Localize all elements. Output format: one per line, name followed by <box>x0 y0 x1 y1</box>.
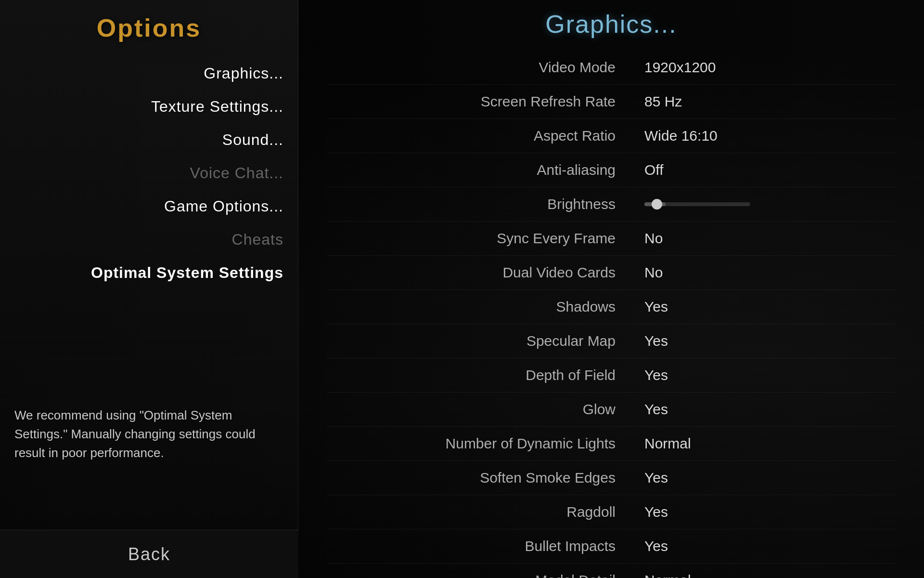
setting-value-soften-smoke-edges: Yes <box>640 461 895 495</box>
setting-name-specular-map: Specular Map <box>327 324 640 358</box>
setting-name-soften-smoke-edges: Soften Smoke Edges <box>327 461 640 495</box>
setting-name-antialiasing: Anti-aliasing <box>327 153 640 187</box>
table-row[interactable]: Shadows Yes <box>327 290 895 324</box>
setting-name-sync-every-frame: Sync Every Frame <box>327 222 640 256</box>
setting-name-brightness: Brightness <box>327 187 640 222</box>
back-button[interactable]: Back <box>128 544 170 565</box>
setting-value-dynamic-lights: Normal <box>640 427 895 461</box>
brightness-slider[interactable] <box>644 202 890 206</box>
table-row[interactable]: Number of Dynamic Lights Normal <box>327 427 895 461</box>
setting-name-shadows: Shadows <box>327 290 640 324</box>
table-row[interactable]: Video Mode 924x578 <box>327 51 895 85</box>
graphics-panel-title: Graphics... <box>327 0 895 51</box>
setting-name-bullet-impacts: Bullet Impacts <box>327 529 640 564</box>
sidebar-item-game-options[interactable]: Game Options... <box>0 190 298 223</box>
table-row[interactable]: Screen Refresh Rate 85 Hz <box>327 85 895 119</box>
setting-name-dynamic-lights: Number of Dynamic Lights <box>327 427 640 461</box>
setting-value-brightness[interactable] <box>640 187 895 222</box>
sidebar-item-voice-chat: Voice Chat... <box>0 157 298 190</box>
setting-value-refresh-rate: 85 Hz <box>640 85 895 119</box>
table-row[interactable]: Bullet Impacts Yes <box>327 529 895 564</box>
table-row[interactable]: Anti-aliasing Off <box>327 153 895 187</box>
table-row[interactable]: Brightness <box>327 187 895 222</box>
setting-value-model-detail: Normal <box>640 564 895 578</box>
right-panel: Graphics... Video Mode 924x578 Screen … <box>298 0 924 578</box>
setting-value-bullet-impacts: Yes <box>640 529 895 564</box>
table-row[interactable]: Sync Every Frame No <box>327 222 895 256</box>
table-row[interactable]: Ragdoll Yes <box>327 495 895 529</box>
setting-value-aspect-ratio: Wide 16:10 <box>640 119 895 153</box>
setting-name-aspect-ratio: Aspect Ratio <box>327 119 640 153</box>
setting-value-depth-of-field: Yes <box>640 358 895 393</box>
settings-table: Video Mode 924x578 Screen Refresh Rate… <box>327 51 895 578</box>
setting-name-video-mode: Video Mode <box>327 51 640 85</box>
setting-name-model-detail: Model Detail <box>327 564 640 578</box>
table-row[interactable]: Aspect Ratio Wide 16:10 <box>327 119 895 153</box>
table-row[interactable]: Dual Video Cards No <box>327 256 895 290</box>
slider-track[interactable] <box>644 202 750 206</box>
sidebar-item-optimal-system-settings[interactable]: Optimal System Settings <box>0 256 298 289</box>
setting-value-sync-every-frame: No <box>640 222 895 256</box>
slider-thumb[interactable] <box>652 199 662 210</box>
left-panel: Options Graphics... Texture Settings... … <box>0 0 298 530</box>
sidebar-item-sound[interactable]: Sound... <box>0 123 298 157</box>
bottom-bar: Back <box>0 530 298 578</box>
table-row[interactable]: Specular Map Yes <box>327 324 895 358</box>
setting-value-specular-map: Yes <box>640 324 895 358</box>
menu-list: Graphics... Texture Settings... Sound...… <box>0 52 298 294</box>
sidebar-item-texture-settings[interactable]: Texture Settings... <box>0 90 298 123</box>
setting-name-depth-of-field: Depth of Field <box>327 358 640 393</box>
sidebar-item-graphics[interactable]: Graphics... <box>0 57 298 90</box>
setting-name-ragdoll: Ragdoll <box>327 495 640 529</box>
table-row[interactable]: Soften Smoke Edges Yes <box>327 461 895 495</box>
setting-name-refresh-rate: Screen Refresh Rate <box>327 85 640 119</box>
setting-value-video-mode: 924x578 <box>640 51 895 85</box>
setting-name-dual-video-cards: Dual Video Cards <box>327 256 640 290</box>
table-row[interactable]: Glow Yes <box>327 393 895 427</box>
page-title: Options <box>0 0 298 52</box>
recommendation-text: We recommend using "Optimal System Setti… <box>14 406 283 462</box>
sidebar-item-cheats: Cheats <box>0 223 298 256</box>
table-row[interactable]: Depth of Field Yes <box>327 358 895 393</box>
table-row[interactable]: Model Detail Normal <box>327 564 895 578</box>
setting-value-antialiasing: Off <box>640 153 895 187</box>
setting-value-glow: Yes <box>640 393 895 427</box>
setting-name-glow: Glow <box>327 393 640 427</box>
setting-value-ragdoll: Yes <box>640 495 895 529</box>
setting-value-dual-video-cards: No <box>640 256 895 290</box>
setting-value-shadows: Yes <box>640 290 895 324</box>
